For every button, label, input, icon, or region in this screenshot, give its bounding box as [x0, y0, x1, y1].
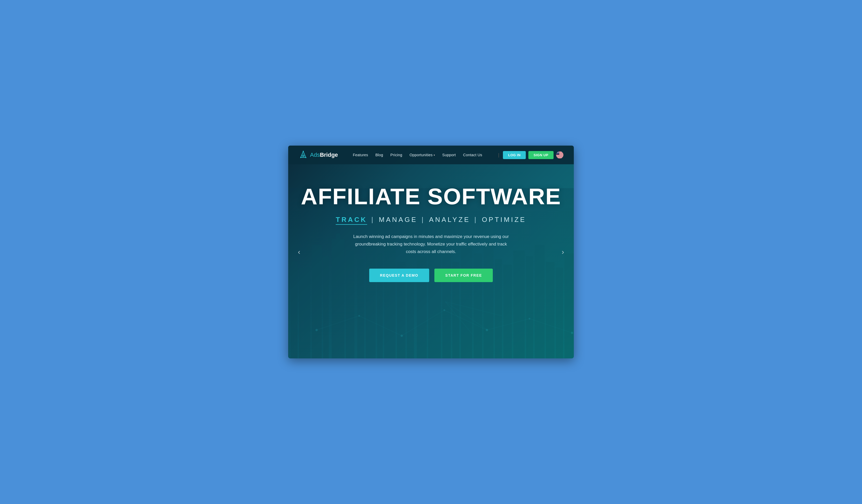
svg-rect-58	[556, 152, 563, 152]
svg-point-70	[558, 152, 558, 152]
nav-link-blog[interactable]: Blog	[376, 153, 383, 157]
svg-line-45	[487, 319, 530, 330]
chevron-down-icon: ▾	[434, 154, 435, 157]
svg-line-42	[359, 316, 402, 336]
svg-point-73	[557, 152, 557, 153]
nav-link-pricing[interactable]: Pricing	[391, 153, 403, 157]
svg-point-40	[571, 332, 573, 334]
nav-links: Features Blog Pricing Opportunities ▾ Su…	[353, 152, 482, 157]
nav-actions: | LOG IN SIGN UP	[497, 151, 563, 159]
svg-point-72	[559, 152, 559, 152]
svg-point-66	[557, 151, 558, 152]
svg-point-34	[315, 329, 318, 331]
svg-rect-61	[556, 155, 563, 156]
svg-rect-62	[556, 156, 563, 157]
svg-point-74	[557, 152, 558, 153]
nav-item-support[interactable]: Support	[442, 152, 456, 157]
nav-item-pricing[interactable]: Pricing	[391, 152, 403, 157]
separator-2: |	[422, 216, 425, 224]
nav-link-contact[interactable]: Contact Us	[463, 153, 482, 157]
svg-point-76	[559, 152, 559, 153]
nav-item-opportunities[interactable]: Opportunities ▾	[409, 153, 435, 157]
svg-line-43	[402, 310, 444, 335]
hero-description: Launch winning ad campaigns in minutes a…	[351, 233, 511, 256]
svg-point-68	[559, 151, 559, 152]
chevron-left-icon: ‹	[298, 248, 300, 256]
svg-line-44	[444, 310, 487, 330]
svg-point-69	[557, 152, 557, 152]
navbar: AdsBridge Features Blog Pricing Opportun…	[288, 146, 574, 164]
nav-item-contact[interactable]: Contact Us	[463, 152, 482, 157]
svg-line-46	[530, 319, 572, 333]
svg-point-50	[303, 151, 304, 152]
hero-buttons: REQUEST A DEMO START FOR FREE	[299, 269, 563, 282]
hero-subtitle-manage: MANAGE	[379, 216, 418, 224]
nav-link-support[interactable]: Support	[442, 153, 456, 157]
start-free-button[interactable]: START FOR FREE	[434, 269, 493, 282]
hero-content: AFFILIATE SOFTWARE TRACK | MANAGE | ANAL…	[288, 164, 574, 298]
hero-subtitle-optimize: OPTIMIZE	[482, 216, 526, 224]
login-button[interactable]: LOG IN	[503, 151, 526, 159]
separator-3: |	[474, 216, 478, 224]
separator-1: |	[371, 216, 375, 224]
svg-point-52	[305, 157, 306, 158]
svg-point-75	[558, 152, 558, 153]
svg-point-51	[300, 157, 301, 158]
svg-point-65	[557, 151, 557, 152]
slider-next-button[interactable]: ›	[557, 246, 569, 258]
browser-window: AdsBridge Features Blog Pricing Opportun…	[288, 146, 574, 358]
chevron-right-icon: ›	[562, 248, 564, 256]
slider-prev-button[interactable]: ‹	[293, 246, 305, 258]
logo-text: AdsBridge	[310, 151, 338, 158]
language-flag-icon[interactable]	[556, 151, 563, 159]
nav-item-blog[interactable]: Blog	[376, 152, 383, 157]
logo-icon	[299, 150, 308, 160]
hero-subtitle: TRACK | MANAGE | ANALYZE | OPTIMIZE	[299, 216, 563, 224]
hero-section: AdsBridge Features Blog Pricing Opportun…	[288, 146, 574, 358]
hero-subtitle-track: TRACK	[336, 216, 367, 224]
hero-title: AFFILIATE SOFTWARE	[299, 185, 563, 208]
svg-rect-63	[556, 158, 563, 158]
hero-subtitle-analyze: ANALYZE	[429, 216, 470, 224]
nav-item-features[interactable]: Features	[353, 152, 368, 157]
request-demo-button[interactable]: REQUEST A DEMO	[369, 269, 429, 282]
svg-point-71	[558, 152, 559, 152]
nav-link-features[interactable]: Features	[353, 153, 368, 157]
signup-button[interactable]: SIGN UP	[528, 151, 553, 159]
nav-link-opportunities[interactable]: Opportunities ▾	[409, 153, 435, 157]
nav-divider: |	[498, 152, 499, 158]
logo[interactable]: AdsBridge	[299, 150, 338, 160]
svg-line-41	[316, 316, 359, 330]
svg-point-67	[558, 151, 558, 152]
